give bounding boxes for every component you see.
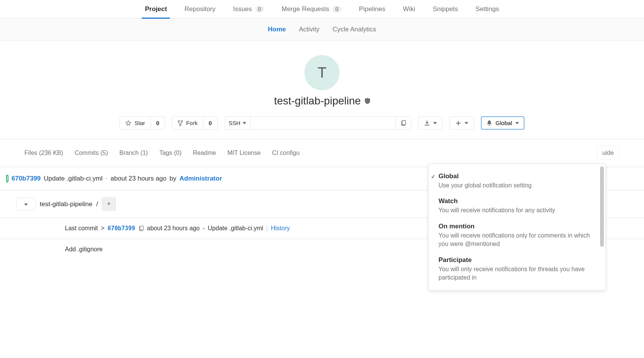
notification-option-on-mention[interactable]: On mention You will receive notification…	[429, 219, 605, 252]
svg-rect-6	[140, 226, 143, 229]
notification-option-participate[interactable]: Participate You will only receive notifi…	[429, 252, 605, 260]
stat-commits[interactable]: Commits (5)	[74, 150, 108, 156]
subtab-home[interactable]: Home	[268, 26, 286, 33]
star-button[interactable]: Star	[120, 116, 151, 130]
file-commit-message[interactable]: Add .gitignore	[65, 246, 103, 253]
clone-group: SSH	[225, 116, 412, 130]
svg-rect-4	[402, 120, 406, 125]
tab-project[interactable]: Project	[142, 0, 170, 18]
svg-point-2	[180, 124, 181, 126]
tab-repository[interactable]: Repository	[181, 0, 218, 18]
mr-badge: 0	[332, 6, 341, 13]
notification-option-global[interactable]: ✓ Global Use your global notification se…	[429, 169, 605, 194]
pipeline-status-icon	[6, 175, 8, 182]
add-button[interactable]	[450, 116, 474, 130]
stat-branch[interactable]: Branch (1)	[119, 150, 148, 156]
breadcrumb-path[interactable]: test-gitlab-pipeline	[40, 200, 92, 208]
project-name: test-gitlab-pipeline	[274, 95, 370, 107]
add-guide-placeholder[interactable]: uide	[597, 146, 620, 160]
svg-point-0	[178, 120, 180, 122]
chevron-down-icon	[433, 122, 437, 124]
last-commit-time: about 23 hours ago	[147, 225, 200, 232]
last-commit-message: Update .gitlab-ci.yml	[208, 225, 263, 232]
chevron-down-icon	[515, 122, 519, 124]
history-link[interactable]: History	[271, 225, 290, 232]
notification-dropdown: ✓ Global Use your global notification se…	[428, 164, 606, 260]
project-avatar: T	[304, 55, 340, 90]
tab-wiki[interactable]: Wiki	[400, 0, 418, 18]
download-button[interactable]	[418, 116, 443, 130]
check-icon: ✓	[431, 173, 436, 180]
action-bar: Star 0 Fork 0 SSH Global	[0, 116, 644, 139]
tab-merge-requests[interactable]: Merge Requests0	[278, 0, 345, 18]
fork-button[interactable]: Fork	[172, 116, 203, 130]
sub-nav: Home Activity Cycle Analytics	[0, 19, 644, 41]
commit-time: about 23 hours ago	[110, 175, 167, 182]
tab-snippets[interactable]: Snippets	[430, 0, 461, 18]
bell-icon	[486, 120, 492, 126]
stat-files[interactable]: Files (236 KB)	[24, 150, 63, 156]
stats-bar: Files (236 KB) Commits (5) Branch (1) Ta…	[0, 139, 644, 167]
tab-issues[interactable]: Issues0	[230, 0, 267, 18]
top-nav: Project Repository Issues0 Merge Request…	[0, 0, 644, 19]
tab-settings[interactable]: Settings	[472, 0, 502, 18]
plus-icon	[455, 120, 461, 126]
clone-url-input[interactable]	[251, 116, 396, 130]
last-commit-label: Last commit	[65, 225, 98, 232]
plus-icon: +	[107, 200, 111, 208]
chevron-down-icon	[24, 203, 28, 206]
fork-group: Fork 0	[172, 116, 217, 130]
commit-author-link[interactable]: Administrator	[180, 175, 222, 182]
commit-message: Update .gitlab-ci.yml	[44, 175, 103, 182]
scrollbar[interactable]	[600, 166, 604, 247]
notification-option-watch[interactable]: Watch You will receive notifications for…	[429, 194, 605, 218]
clone-protocol-select[interactable]: SSH	[225, 116, 251, 130]
fork-icon	[178, 120, 183, 126]
chevron-down-icon	[464, 122, 468, 124]
add-file-button[interactable]: +	[102, 197, 116, 211]
branch-select[interactable]	[16, 198, 36, 210]
subtab-activity[interactable]: Activity	[299, 26, 320, 33]
star-group: Star 0	[120, 116, 165, 130]
chevron-down-icon	[243, 122, 246, 124]
project-header: T test-gitlab-pipeline	[0, 41, 644, 116]
stat-readme[interactable]: Readme	[193, 150, 216, 156]
stat-tags[interactable]: Tags (0)	[159, 150, 181, 156]
svg-point-1	[181, 120, 183, 122]
download-icon	[424, 120, 430, 126]
stat-license[interactable]: MIT License	[227, 150, 261, 156]
privacy-icon	[365, 98, 370, 104]
copy-url-button[interactable]	[396, 116, 411, 130]
issues-badge: 0	[255, 6, 264, 13]
tab-pipelines[interactable]: Pipelines	[356, 0, 388, 18]
commit-sha-link[interactable]: 670b7399	[11, 175, 41, 182]
stat-ci-config[interactable]: CI configu	[272, 150, 299, 156]
notification-button[interactable]: Global	[481, 116, 524, 130]
last-commit-sha-link[interactable]: 670b7399	[108, 225, 135, 232]
copy-icon	[400, 120, 406, 126]
subtab-cycle-analytics[interactable]: Cycle Analytics	[332, 26, 376, 33]
star-count: 0	[151, 116, 165, 130]
copy-icon[interactable]	[138, 226, 144, 231]
fork-count: 0	[203, 116, 217, 130]
star-icon	[125, 120, 131, 126]
